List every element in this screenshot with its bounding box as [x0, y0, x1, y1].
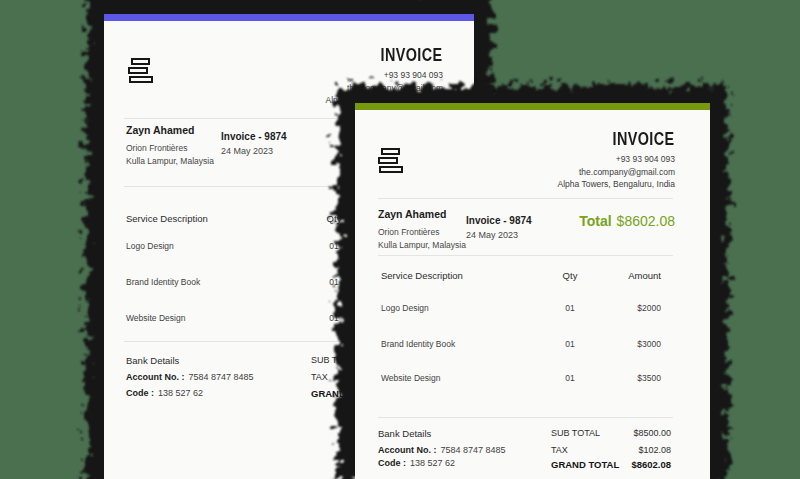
company-logo-icon: [128, 58, 153, 85]
bank-code-value: 138 527 62: [410, 458, 455, 468]
logo-bar-icon: [378, 157, 398, 164]
amount-cell: $3000: [600, 339, 661, 349]
logo-bar-icon: [128, 67, 148, 74]
service-description: Brand Identity Book: [381, 339, 540, 349]
service-description: Brand Identity Book: [126, 277, 304, 287]
invoice-meta-block: Invoice - 9874 24 May 2023: [221, 131, 287, 156]
total-value: $8602.08: [617, 213, 675, 229]
invoice-date: 24 May 2023: [466, 230, 532, 240]
bank-code-line: Code :138 527 62: [126, 388, 203, 398]
divider: [378, 255, 673, 256]
grand-total-label: GRAND TOTAL: [551, 459, 619, 470]
company-email: the.company@gmail.com: [557, 166, 675, 179]
bank-code-label: Code :: [378, 458, 406, 468]
bank-code-label: Code :: [126, 388, 154, 398]
client-company: Orion Frontières: [126, 142, 214, 156]
table-header-qty: Qty: [540, 270, 600, 281]
amount-cell: $2000: [600, 303, 661, 313]
logo-bar-icon: [379, 166, 403, 173]
invoice-title: INVOICE: [381, 45, 443, 66]
account-number-label: Account No. :: [378, 445, 437, 455]
bank-details-title: Bank Details: [378, 428, 431, 439]
tax-label: TAX: [311, 372, 328, 382]
invoice-date: 24 May 2023: [221, 146, 287, 156]
invoice-number: Invoice - 9874: [466, 215, 532, 226]
subtotal-row: SUB TOTAL $8500.00: [551, 428, 671, 438]
table-row: Brand Identity Book 01 $3000: [381, 339, 661, 349]
client-location: Kulla Lampur, Malaysia: [378, 239, 466, 253]
account-number-value: 7584 8747 8485: [441, 445, 506, 455]
client-company: Orion Frontières: [378, 226, 466, 240]
table-header-amount: Amount: [600, 270, 661, 281]
account-number-label: Account No. :: [126, 372, 185, 382]
subtotal-label: SUB TOTAL: [311, 355, 360, 365]
invoice-number: Invoice - 9874: [221, 131, 287, 142]
company-phone: +93 93 904 093: [325, 69, 443, 82]
logo-bar-icon: [129, 76, 153, 83]
invoice-meta-block: Invoice - 9874 24 May 2023: [466, 215, 532, 240]
table-header-row: Service Description Qty Amount: [381, 270, 661, 281]
bank-details-title: Bank Details: [126, 355, 179, 366]
table-row: Logo Design 01 $2000: [381, 303, 661, 313]
client-name: Zayn Ahamed: [378, 208, 466, 222]
service-description: Website Design: [381, 373, 540, 383]
bank-code-line: Code :138 527 62: [378, 458, 455, 468]
grand-total-value: $8602.08: [631, 459, 671, 470]
page-canvas: INVOICE +93 93 904 093 the.company@gmail…: [0, 0, 800, 479]
client-location: Kulla Lampur, Malaysia: [126, 155, 214, 169]
qty-cell: 01: [540, 339, 600, 349]
bank-account-line: Account No. :7584 8747 8485: [378, 445, 506, 455]
service-description: Logo Design: [381, 303, 540, 313]
total-label: Total: [579, 213, 611, 229]
client-name: Zayn Ahamed: [126, 124, 214, 138]
tax-label: TAX: [551, 445, 568, 455]
back-accent-bar: [104, 14, 474, 21]
logo-bar-icon: [131, 58, 150, 65]
table-row: Website Design 01 $3500: [381, 373, 661, 383]
company-phone: +93 93 904 093: [557, 153, 675, 166]
bank-code-value: 138 527 62: [158, 388, 203, 398]
company-address: Alpha Towers, Bengaluru, India: [557, 178, 675, 191]
logo-bar-icon: [381, 148, 400, 155]
front-accent-bar: [355, 103, 710, 110]
total-summary: Total$8602.08: [579, 213, 675, 229]
table-header-description: Service Description: [381, 270, 540, 281]
grand-total-row: GRAND TOTAL $8602.08: [551, 459, 671, 470]
company-email: the.company@gmail.com: [325, 82, 443, 95]
subtotal-value: $8500.00: [633, 428, 671, 438]
tax-value: $102.08: [638, 445, 671, 455]
amount-cell: $3500: [600, 373, 661, 383]
invoice-header: INVOICE +93 93 904 093 the.company@gmail…: [325, 45, 443, 107]
company-logo-icon: [378, 148, 403, 175]
service-description: Website Design: [126, 313, 304, 323]
front-invoice-document: INVOICE +93 93 904 093 the.company@gmail…: [355, 103, 710, 479]
divider: [378, 417, 673, 418]
subtotal-label: SUB TOTAL: [551, 428, 600, 438]
client-block: Zayn Ahamed Orion Frontières Kulla Lampu…: [126, 124, 214, 169]
invoice-header: INVOICE +93 93 904 093 the.company@gmail…: [557, 129, 675, 191]
account-number-value: 7584 8747 8485: [189, 372, 254, 382]
qty-cell: 01: [540, 303, 600, 313]
tax-row: TAX $102.08: [551, 445, 671, 455]
client-block: Zayn Ahamed Orion Frontières Kulla Lampu…: [378, 208, 466, 253]
service-description: Logo Design: [126, 241, 304, 251]
table-header-description: Service Description: [126, 213, 304, 224]
invoice-title: INVOICE: [613, 129, 675, 150]
qty-cell: 01: [540, 373, 600, 383]
bank-account-line: Account No. :7584 8747 8485: [126, 372, 254, 382]
divider: [378, 198, 673, 199]
